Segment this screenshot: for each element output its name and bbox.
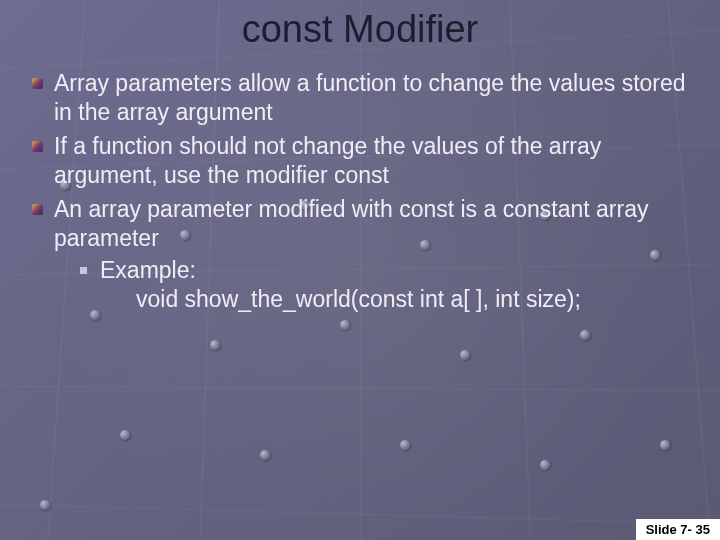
bullet-text: An array parameter modified with const i… <box>54 196 648 251</box>
example-label: Example: <box>100 256 690 285</box>
bullet-item: If a function should not change the valu… <box>30 132 690 191</box>
sub-list: Example: void show_the_world(const int a… <box>54 256 690 315</box>
bullet-item: Array parameters allow a function to cha… <box>30 69 690 128</box>
slide-title: const Modifier <box>30 8 690 51</box>
sub-item: Example: void show_the_world(const int a… <box>80 256 690 315</box>
slide-number: Slide 7- 35 <box>636 519 720 540</box>
slide: const Modifier Array parameters allow a … <box>0 0 720 540</box>
example-code: void show_the_world(const int a[ ], int … <box>100 285 690 314</box>
bullet-text: Array parameters allow a function to cha… <box>54 70 686 125</box>
bullet-text: If a function should not change the valu… <box>54 133 601 188</box>
bullet-item: An array parameter modified with const i… <box>30 195 690 315</box>
bullet-list: Array parameters allow a function to cha… <box>30 69 690 315</box>
